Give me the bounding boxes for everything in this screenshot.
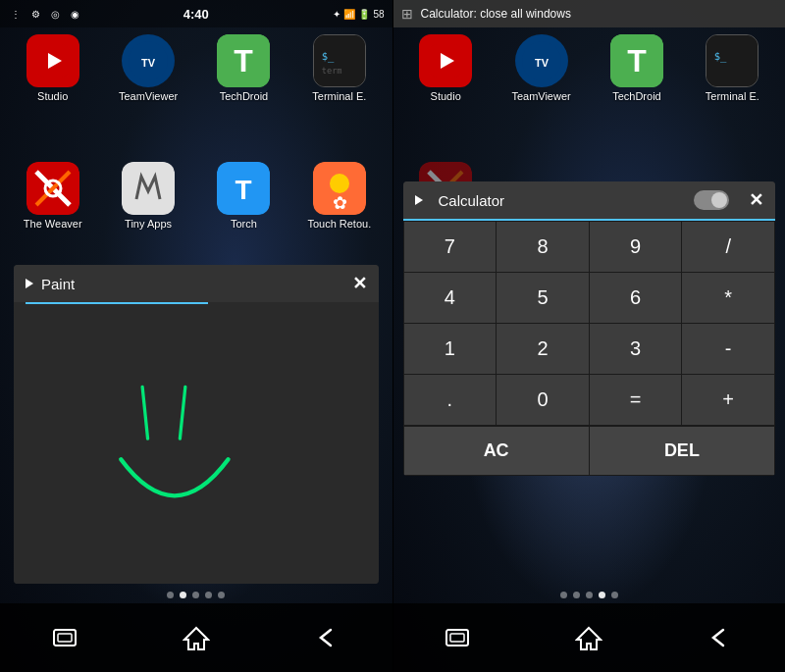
- top-bar: ⊞ Calculator: close all windows: [393, 0, 786, 27]
- calc-btn-7[interactable]: 7: [404, 222, 497, 272]
- app-label-studio: Studio: [37, 90, 68, 102]
- svg-text:$_: $_: [322, 50, 335, 63]
- app-grid-row1: Studio TV TeamViewer T TechDroid $_term …: [8, 34, 385, 102]
- app-label-terminal-r: Terminal E.: [706, 90, 759, 102]
- app-icon-terminal[interactable]: $_term: [313, 34, 366, 87]
- page-dots-right: [393, 592, 786, 598]
- calc-bottom-row: AC DEL: [403, 426, 776, 476]
- back-icon: [313, 624, 340, 651]
- app-icon-studio[interactable]: [26, 34, 79, 87]
- back-button-right[interactable]: [690, 618, 749, 657]
- calc-float-window: Calculator ✕ 7 8 9 / 4 5 6 * 1 2 3 - . 0…: [403, 181, 776, 476]
- app-label-weaver: The Weaver: [24, 218, 82, 230]
- app-icon-techdroid[interactable]: T: [217, 34, 270, 87]
- paint-canvas-area[interactable]: [14, 304, 379, 584]
- calc-btn-1[interactable]: 1: [404, 324, 497, 374]
- dot-r-0: [560, 592, 567, 598]
- app-studio-right[interactable]: Studio: [401, 34, 491, 102]
- app-techdroid-right[interactable]: T TechDroid: [592, 34, 681, 102]
- app-techdroid[interactable]: T TechDroid: [199, 34, 288, 102]
- calc-btn-0[interactable]: 0: [497, 375, 589, 425]
- panel-divider: [392, 0, 393, 672]
- status-time: 4:40: [183, 7, 209, 22]
- app-icon-weaver[interactable]: [26, 162, 79, 215]
- calc-btn-dot[interactable]: .: [404, 375, 497, 425]
- calc-btn-4[interactable]: 4: [404, 273, 497, 323]
- play-icon: [26, 279, 33, 288]
- svg-text:term: term: [322, 66, 342, 76]
- calc-btn-9[interactable]: 9: [590, 222, 682, 272]
- svg-rect-19: [14, 304, 379, 584]
- calc-btn-del[interactable]: DEL: [590, 427, 774, 475]
- app-label-torch: Torch: [231, 218, 257, 230]
- wifi-icon: ◎: [47, 6, 63, 22]
- recent-apps-button-right[interactable]: [429, 618, 488, 657]
- app-icon-teamviewer-r[interactable]: TV: [515, 34, 568, 87]
- app-label-touch: Touch Retou.: [307, 218, 371, 230]
- svg-text:T: T: [627, 43, 647, 78]
- app-icon-terminal-r[interactable]: $_: [706, 34, 759, 87]
- app-icon-small: ◉: [67, 6, 82, 22]
- calc-btn-div[interactable]: /: [682, 222, 774, 272]
- app-tinyapps[interactable]: Tiny Apps: [103, 162, 192, 230]
- app-icon-touch[interactable]: ✿: [313, 162, 366, 215]
- home-button-right[interactable]: [559, 618, 618, 657]
- app-icon-tinyapps[interactable]: [122, 162, 175, 215]
- dot-2: [192, 592, 199, 598]
- calc-btn-3[interactable]: 3: [590, 324, 682, 374]
- calc-btn-mul[interactable]: *: [682, 273, 774, 323]
- app-teamviewer[interactable]: TV TeamViewer: [103, 34, 192, 102]
- bluetooth-icon: ✦: [333, 9, 340, 20]
- calc-play-icon: [415, 195, 423, 205]
- app-studio[interactable]: Studio: [8, 34, 97, 102]
- recent-apps-button[interactable]: [36, 618, 95, 657]
- calc-title: Calculator: [431, 192, 687, 209]
- svg-text:$_: $_: [714, 50, 727, 63]
- calc-close-button[interactable]: ✕: [749, 189, 763, 211]
- paint-close-button[interactable]: ✕: [352, 273, 367, 294]
- app-terminal-right[interactable]: $_ Terminal E.: [688, 34, 777, 102]
- calc-btn-8[interactable]: 8: [497, 222, 589, 272]
- app-label-techdroid-r: TechDroid: [612, 90, 661, 102]
- right-phone-panel: ⊞ Calculator: close all windows Studio T…: [393, 0, 786, 672]
- calc-btn-eq[interactable]: =: [590, 375, 682, 425]
- home-icon: [183, 624, 210, 651]
- paint-float-window: Paint ✕: [14, 265, 379, 584]
- paint-drawing: [14, 304, 379, 584]
- signal-icon: 📶: [343, 9, 355, 20]
- app-grid-row2: The Weaver Tiny Apps T Torch ✿ Touch Ret…: [8, 162, 385, 230]
- top-bar-text: Calculator: close all windows: [421, 7, 571, 21]
- home-icon-right: [575, 624, 602, 651]
- app-label-techdroid: TechDroid: [220, 90, 269, 102]
- app-icon-torch[interactable]: T: [217, 162, 270, 215]
- calc-btn-minus[interactable]: -: [682, 324, 774, 374]
- svg-point-17: [330, 174, 349, 193]
- back-button[interactable]: [297, 618, 356, 657]
- calc-btn-2[interactable]: 2: [497, 324, 589, 374]
- app-label-terminal: Terminal E.: [312, 90, 366, 102]
- svg-text:✿: ✿: [332, 193, 346, 213]
- recent-icon-right: [445, 628, 472, 647]
- dot-1: [180, 592, 186, 598]
- app-weaver[interactable]: The Weaver: [8, 162, 97, 230]
- calc-btn-plus[interactable]: +: [682, 375, 774, 425]
- paint-title-bar: Paint ✕: [14, 265, 379, 302]
- svg-rect-34: [450, 634, 464, 642]
- calc-btn-ac[interactable]: AC: [404, 427, 589, 475]
- menu-icon: ⋮: [8, 6, 24, 22]
- status-bar: ⋮ ⚙ ◎ ◉ 4:40 ✦ 📶 🔋 58: [0, 0, 392, 27]
- home-button[interactable]: [167, 618, 226, 657]
- app-icon-techdroid-r[interactable]: T: [610, 34, 663, 87]
- battery-level: 58: [373, 9, 384, 20]
- app-icon-teamviewer[interactable]: TV: [122, 34, 175, 87]
- app-teamviewer-right[interactable]: TV TeamViewer: [497, 34, 586, 102]
- app-touch[interactable]: ✿ Touch Retou.: [294, 162, 384, 230]
- app-icon-studio-r[interactable]: [419, 34, 472, 87]
- app-terminal[interactable]: $_term Terminal E.: [294, 34, 384, 102]
- calc-btn-5[interactable]: 5: [497, 273, 589, 323]
- status-left: ⋮ ⚙ ◎ ◉: [8, 6, 82, 22]
- calc-btn-6[interactable]: 6: [590, 273, 682, 323]
- svg-text:TV: TV: [535, 57, 550, 69]
- app-torch[interactable]: T Torch: [199, 162, 288, 230]
- calc-toggle[interactable]: [694, 190, 729, 210]
